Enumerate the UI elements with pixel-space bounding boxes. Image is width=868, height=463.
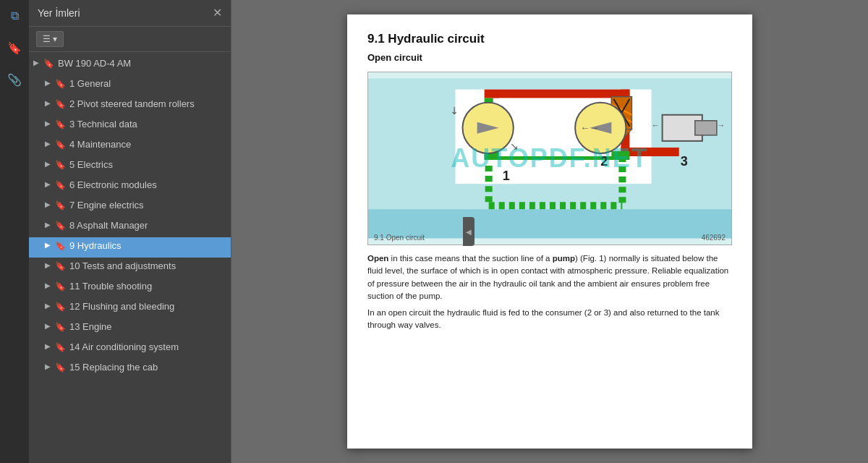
sidebar-item-8-asphalt[interactable]: ▶ 🔖 8 Asphalt Manager: [29, 217, 231, 237]
bookmark-flag-icon: 🔖: [55, 322, 67, 332]
sidebar-item-label: 11 Trouble shooting: [69, 281, 225, 293]
hydraulic-circuit-svg: 1 ←→ 2 ← →: [368, 72, 731, 245]
bookmark-tab-icon[interactable]: 🔖: [4, 38, 25, 58]
chevron-right-icon: ▶: [33, 59, 43, 67]
bookmark-flag-icon: 🔖: [55, 140, 67, 150]
sidebar-item-13-engine[interactable]: ▶ 🔖 13 Engine: [29, 318, 231, 339]
sidebar-item-9-hydraulics[interactable]: ▶ 🔖 9 Hydraulics: [29, 237, 231, 258]
sidebar-item-label: 7 Engine electrics: [69, 200, 225, 212]
sidebar-item-7-engine-electrics[interactable]: ▶ 🔖 7 Engine electrics: [29, 197, 231, 217]
sidebar-item-label: 12 Flushing and bleeding: [69, 301, 225, 313]
bookmark-flag-icon: 🔖: [55, 362, 67, 373]
chevron-right-icon: ▶: [45, 200, 55, 208]
sidebar-item-6-electronic[interactable]: ▶ 🔖 6 Electronic modules: [29, 177, 231, 197]
bookmark-flag-icon: 🔖: [55, 241, 67, 251]
sidebar-item-label: 9 Hydraulics: [69, 240, 225, 252]
chevron-right-icon: ▶: [45, 342, 55, 350]
sidebar-item-15-replacing[interactable]: ▶ 🔖 15 Replacing the cab: [29, 359, 231, 379]
content-area: ◀ 9.1 Hydraulic circuit Open circuit: [231, 0, 868, 463]
sidebar-item-label: 8 Asphalt Manager: [69, 220, 225, 232]
bookmark-flag-icon: 🔖: [55, 281, 67, 292]
sidebar-filter-button[interactable]: ☰ ▾: [36, 31, 64, 47]
dropdown-icon: ▾: [53, 34, 57, 44]
chevron-right-icon: ▶: [45, 362, 55, 370]
svg-text:↘: ↘: [510, 140, 519, 152]
sidebar-header: Yer İmleri ✕: [29, 0, 231, 27]
bookmark-flag-icon: 🔖: [55, 302, 67, 312]
sidebar-item-3-technical[interactable]: ▶ 🔖 3 Technical data: [29, 116, 231, 136]
svg-text:1: 1: [503, 169, 510, 183]
chevron-right-icon: ▶: [45, 79, 55, 87]
bookmark-list: ▶ 🔖 BW 190 AD-4 AM ▶ 🔖 1 General ▶ 🔖 2 P…: [29, 52, 231, 463]
filter-icon: ☰: [43, 34, 51, 44]
chevron-right-icon: ▶: [45, 241, 55, 249]
chevron-right-icon: ▶: [45, 302, 55, 310]
chevron-right-icon: ▶: [45, 99, 55, 107]
sidebar-item-14-aircon[interactable]: ▶ 🔖 14 Air conditioning system: [29, 339, 231, 359]
sidebar-item-label: 10 Tests and adjustments: [69, 260, 225, 273]
bookmark-flag-icon: 🔖: [55, 99, 67, 109]
svg-rect-25: [695, 121, 717, 135]
pdf-page: 9.1 Hydraulic circuit Open circuit: [347, 14, 752, 449]
close-sidebar-button[interactable]: ✕: [213, 7, 222, 19]
left-toolbar: ⧉ 🔖 📎: [0, 0, 29, 463]
sidebar-item-label: 15 Replacing the cab: [69, 362, 225, 374]
sidebar-panel: Yer İmleri ✕ ☰ ▾ ▶ 🔖 BW 190 AD-4 AM ▶ 🔖 …: [29, 0, 231, 463]
sidebar-item-label: 4 Maintenance: [69, 139, 225, 151]
sidebar-item-5-electrics[interactable]: ▶ 🔖 5 Electrics: [29, 156, 231, 177]
bookmark-flag-icon: 🔖: [55, 221, 67, 231]
svg-text:←→: ←→: [580, 122, 599, 133]
sidebar-item-label: 6 Electronic modules: [69, 179, 225, 192]
svg-text:←: ←: [652, 121, 660, 129]
paperclip-tab-icon[interactable]: 📎: [4, 69, 25, 90]
sidebar-collapse-handle[interactable]: ◀: [463, 217, 475, 246]
sidebar-item-label: 13 Engine: [69, 321, 225, 334]
sidebar-item-11-trouble[interactable]: ▶ 🔖 11 Trouble shooting: [29, 278, 231, 298]
chevron-right-icon: ▶: [45, 322, 55, 330]
copy-icon[interactable]: ⧉: [4, 6, 25, 26]
sidebar-item-bw190[interactable]: ▶ 🔖 BW 190 AD-4 AM: [29, 55, 231, 75]
bookmark-flag-icon: 🔖: [55, 261, 67, 271]
sidebar-item-label: 1 General: [69, 78, 225, 90]
svg-text:→: →: [717, 121, 725, 129]
chevron-right-icon: ▶: [45, 221, 55, 229]
svg-text:3: 3: [681, 154, 688, 169]
svg-text:2: 2: [600, 154, 608, 169]
sidebar-item-12-flushing[interactable]: ▶ 🔖 12 Flushing and bleeding: [29, 298, 231, 318]
sidebar-item-label: 2 Pivot steered tandem rollers: [69, 98, 225, 111]
sidebar-item-4-maintenance[interactable]: ▶ 🔖 4 Maintenance: [29, 136, 231, 156]
bookmark-flag-icon: 🔖: [55, 119, 67, 129]
svg-rect-2: [485, 90, 630, 98]
sidebar-item-1-general[interactable]: ▶ 🔖 1 General: [29, 75, 231, 95]
sidebar-item-10-tests[interactable]: ▶ 🔖 10 Tests and adjustments: [29, 258, 231, 278]
bookmark-flag-icon: 🔖: [55, 342, 67, 352]
sidebar-item-2-pivot[interactable]: ▶ 🔖 2 Pivot steered tandem rollers: [29, 95, 231, 116]
diagram-caption: 9.1 Open circuit: [374, 234, 425, 242]
chevron-right-icon: ▶: [45, 160, 55, 168]
bookmark-flag-icon: 🔖: [43, 59, 55, 69]
bookmark-flag-icon: 🔖: [55, 200, 67, 211]
pdf-paragraph-2: In an open circuit the hydraulic fluid i…: [367, 307, 732, 332]
sidebar-item-label: 5 Electrics: [69, 159, 225, 171]
chevron-right-icon: ▶: [45, 180, 55, 188]
sidebar-item-label: BW 190 AD-4 AM: [58, 58, 225, 70]
pdf-section-title: 9.1 Hydraulic circuit: [367, 32, 732, 46]
pdf-paragraph-1: Open in this case means that the suction…: [367, 252, 732, 302]
chevron-right-icon: ▶: [45, 261, 55, 269]
sidebar-toolbar: ☰ ▾: [29, 27, 231, 52]
pdf-subsection-label: Open circuit: [367, 52, 732, 63]
hydraulic-diagram: 1 ←→ 2 ← →: [367, 72, 732, 245]
bookmark-flag-icon: 🔖: [55, 79, 67, 89]
sidebar-item-label: 14 Air conditioning system: [69, 341, 225, 354]
diagram-figure-number: 462692: [702, 234, 726, 242]
chevron-right-icon: ▶: [45, 140, 55, 148]
bookmark-flag-icon: 🔖: [55, 180, 67, 190]
bookmark-flag-icon: 🔖: [55, 160, 67, 170]
chevron-right-icon: ▶: [45, 119, 55, 127]
chevron-right-icon: ▶: [45, 281, 55, 289]
sidebar-item-label: 3 Technical data: [69, 119, 225, 131]
sidebar-title: Yer İmleri: [38, 7, 80, 19]
